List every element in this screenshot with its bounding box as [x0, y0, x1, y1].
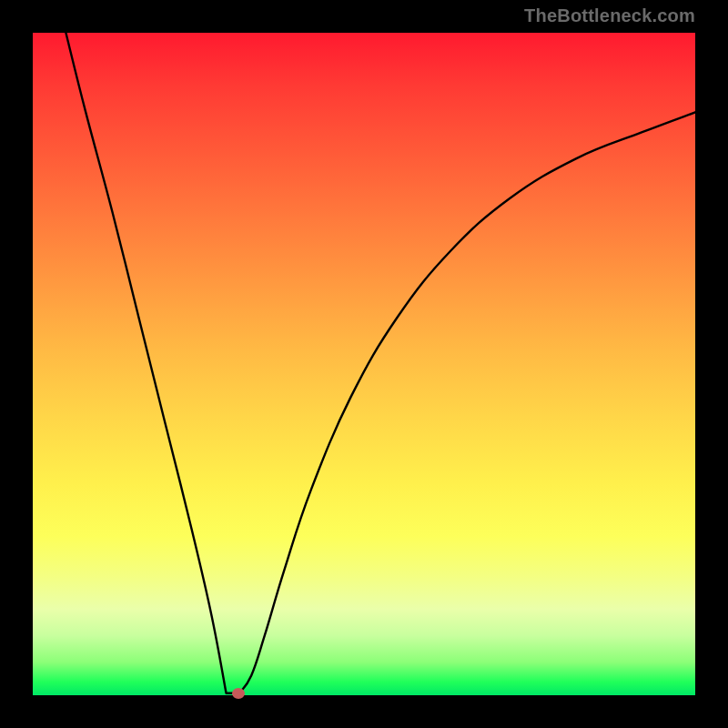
- plot-area: [33, 33, 695, 695]
- optimal-point-marker: [232, 688, 245, 699]
- chart-frame: TheBottleneck.com: [0, 0, 728, 728]
- bottleneck-curve: [33, 33, 695, 695]
- watermark-text: TheBottleneck.com: [524, 5, 695, 26]
